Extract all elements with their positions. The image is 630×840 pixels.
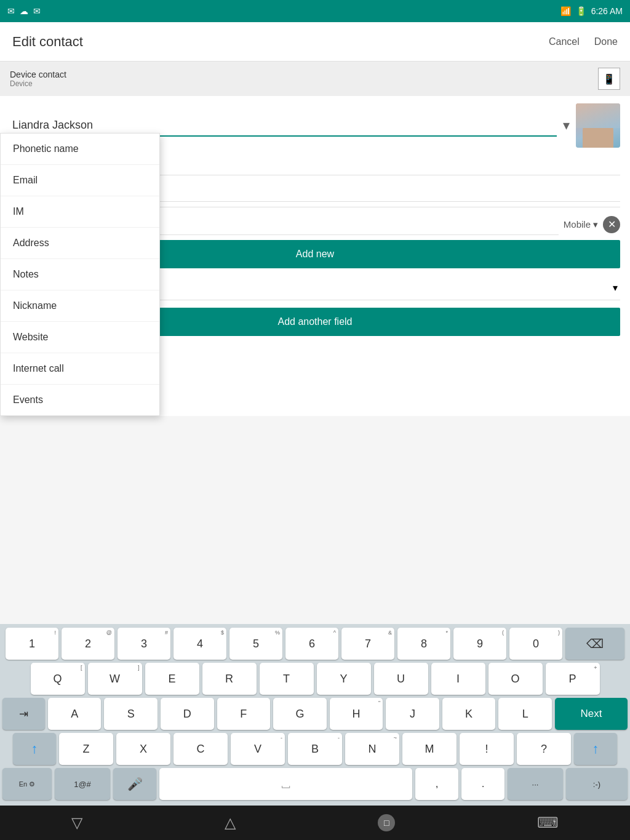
- dropdown-item-im[interactable]: IM: [1, 196, 159, 228]
- key-5[interactable]: %5: [229, 628, 282, 660]
- shift-left-key[interactable]: ↑: [13, 733, 56, 765]
- key-y[interactable]: Y: [317, 663, 371, 695]
- key-j[interactable]: J: [386, 698, 439, 730]
- key-w[interactable]: ]W: [88, 663, 142, 695]
- header: Edit contact Cancel Done: [0, 22, 630, 62]
- dropdown-item-website[interactable]: Website: [1, 322, 159, 353]
- groups-dropdown-arrow[interactable]: ▾: [613, 282, 618, 294]
- key-f[interactable]: F: [217, 698, 271, 730]
- key-e[interactable]: E: [145, 663, 199, 695]
- lang-icon: En ⚙: [19, 780, 36, 788]
- dropdown-item-internet-call[interactable]: Internet call: [1, 353, 159, 385]
- dropdown-item-address[interactable]: Address: [1, 228, 159, 259]
- phone-clear-button[interactable]: ✕: [603, 216, 620, 233]
- keyboard-area: !1 @2 #3 $4 %5 ^6 &7 *8 (9 )0 ⌫ [Q ]W E …: [0, 624, 630, 840]
- key-6[interactable]: ^6: [285, 628, 338, 660]
- email-icon: ✉: [33, 6, 41, 16]
- space-key[interactable]: ⎵: [159, 768, 412, 800]
- emoji-key[interactable]: :-): [566, 768, 628, 800]
- key-3[interactable]: #3: [118, 628, 170, 660]
- shift-up-right-icon: ↑: [592, 741, 599, 757]
- cancel-button[interactable]: Cancel: [549, 36, 580, 47]
- key-s[interactable]: S: [104, 698, 158, 730]
- dropdown-item-notes[interactable]: Notes: [1, 259, 159, 290]
- contact-photo[interactable]: [576, 103, 620, 148]
- key-a[interactable]: A: [48, 698, 102, 730]
- num-sym-key[interactable]: 1@#: [55, 768, 110, 800]
- phone-type-arrow: ▾: [593, 219, 598, 230]
- home-icon: △: [225, 814, 236, 831]
- backspace-key[interactable]: ⌫: [565, 628, 624, 660]
- dropdown-item-email[interactable]: Email: [1, 165, 159, 196]
- next-key[interactable]: Next: [555, 698, 628, 730]
- keyboard-icon: ⌨: [537, 814, 559, 831]
- keyboard-spacer: [0, 416, 630, 441]
- recent-icon: □: [378, 814, 395, 831]
- key-exclaim[interactable]: !: [460, 733, 514, 765]
- key-0[interactable]: )0: [509, 628, 562, 660]
- language-key[interactable]: En ⚙: [2, 768, 52, 800]
- phone-type-label: Mobile: [564, 219, 591, 230]
- header-actions: Cancel Done: [549, 36, 618, 47]
- key-l[interactable]: L: [498, 698, 552, 730]
- key-8[interactable]: *8: [397, 628, 450, 660]
- shift-right-key[interactable]: ↑: [574, 733, 617, 765]
- cloud-upload-icon: ☁: [20, 6, 28, 16]
- key-v[interactable]: -V: [231, 733, 285, 765]
- key-r[interactable]: R: [202, 663, 257, 695]
- key-b[interactable]: -B: [288, 733, 342, 765]
- battery-icon: 🔋: [576, 6, 586, 16]
- key-q[interactable]: [Q: [31, 663, 85, 695]
- phone-type-button[interactable]: Mobile ▾: [564, 219, 598, 230]
- microphone-key[interactable]: 🎤: [113, 768, 156, 800]
- keyboard-bottom-row: En ⚙ 1@# 🎤 ⎵ , . ··· :-): [2, 768, 628, 800]
- key-n[interactable]: ~N: [345, 733, 399, 765]
- dots-key[interactable]: ···: [508, 768, 563, 800]
- key-u[interactable]: U: [374, 663, 428, 695]
- key-c[interactable]: C: [173, 733, 228, 765]
- phone-device-icon[interactable]: 📱: [598, 68, 620, 90]
- key-9[interactable]: (9: [453, 628, 506, 660]
- key-i[interactable]: I: [431, 663, 485, 695]
- key-g[interactable]: G: [273, 698, 327, 730]
- key-x[interactable]: X: [116, 733, 170, 765]
- key-t[interactable]: T: [260, 663, 314, 695]
- shift-up-icon: ↑: [31, 741, 38, 757]
- back-icon: ▽: [71, 814, 82, 831]
- key-4[interactable]: $4: [173, 628, 226, 660]
- key-question[interactable]: ?: [517, 733, 571, 765]
- keyboard-asdf-row: ⇥ A S D F G "H J K L Next: [2, 698, 628, 730]
- status-bar-left: ✉ ☁ ✉: [7, 6, 41, 16]
- comma-key[interactable]: ,: [415, 768, 458, 800]
- dropdown-item-nickname[interactable]: Nickname: [1, 290, 159, 322]
- home-button[interactable]: △: [225, 814, 236, 831]
- key-2[interactable]: @2: [62, 628, 114, 660]
- dropdown-item-phonetic[interactable]: Phonetic name: [1, 134, 159, 165]
- key-p[interactable]: +P: [546, 663, 600, 695]
- keyboard-button[interactable]: ⌨: [537, 814, 559, 831]
- space-icon: ⎵: [282, 776, 290, 792]
- key-7[interactable]: &7: [341, 628, 394, 660]
- tab-key[interactable]: ⇥: [2, 698, 45, 730]
- back-button[interactable]: ▽: [71, 814, 82, 831]
- key-h[interactable]: "H: [330, 698, 383, 730]
- key-z[interactable]: Z: [59, 733, 113, 765]
- done-button[interactable]: Done: [594, 36, 618, 47]
- name-dropdown-arrow[interactable]: ▾: [563, 118, 570, 134]
- key-o[interactable]: O: [488, 663, 543, 695]
- device-subtitle: Device: [10, 79, 66, 88]
- period-label: .: [482, 778, 485, 790]
- status-bar-right: 📶 🔋 6:26 AM: [560, 6, 623, 16]
- key-1[interactable]: !1: [6, 628, 58, 660]
- key-k[interactable]: K: [442, 698, 496, 730]
- key-d[interactable]: D: [161, 698, 214, 730]
- dropdown-item-events[interactable]: Events: [1, 385, 159, 415]
- recent-button[interactable]: □: [378, 814, 395, 831]
- key-m[interactable]: M: [402, 733, 457, 765]
- keyboard-qwerty-row: [Q ]W E R T Y U I O +P: [2, 663, 628, 695]
- mic-icon: 🎤: [127, 777, 143, 791]
- page-title: Edit contact: [12, 34, 83, 50]
- num-sym-label: 1@#: [74, 780, 91, 789]
- phone-icon: 📱: [603, 73, 615, 85]
- period-key[interactable]: .: [461, 768, 504, 800]
